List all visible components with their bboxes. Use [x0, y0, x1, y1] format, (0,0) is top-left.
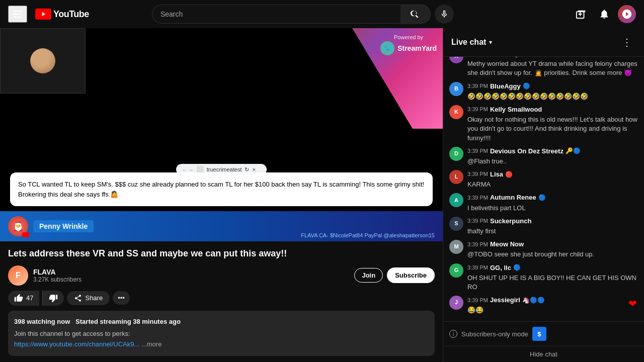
channel-link[interactable]: https://www.youtube.com/channel/UCAk9... [14, 340, 139, 348]
chat-badge: 🔵 [538, 194, 546, 202]
chat-title-area[interactable]: Live chat ▾ [451, 38, 492, 47]
chat-meta: 3:39 PMKatie Joyless Unveiled [467, 57, 638, 58]
chat-time: 3:39 PM [467, 170, 488, 178]
watching-count: 398 watching now [14, 318, 70, 325]
powered-by-text: Powered by [394, 34, 423, 40]
youtube-logo[interactable]: YouTube [35, 9, 89, 20]
chat-username: Jessiegirl [490, 296, 520, 305]
channel-banner-name: Penny Wrinkle [33, 220, 94, 232]
pip-avatar-image [30, 48, 55, 73]
search-area [152, 5, 454, 24]
menu-button[interactable] [8, 6, 27, 23]
chat-message: M3:39 PMMeow Now@TOBO seee she just brou… [443, 238, 644, 261]
chat-message: D3:39 PMDevious On Dez Streetz🔑🔵@Flash t… [443, 145, 644, 168]
subscribers-mode-text: Subscribers-only mode [461, 330, 528, 338]
url-bar-text: truecrimeatest [207, 166, 242, 172]
chat-text: KARMA [467, 180, 638, 189]
channel-row: F FLAVA 3.27K subscribers Join Subscribe [8, 265, 435, 286]
chat-content: 3:39 PMMeow Now@TOBO seee she just broug… [467, 240, 638, 259]
chat-message: J3:39 PMJessiegirl🦄🔵🔵😂😂❤ [443, 294, 644, 317]
share-button[interactable]: Share [67, 291, 110, 305]
topbar-left: YouTube [8, 6, 89, 23]
chat-time: 3:39 PM [467, 241, 488, 248]
more-button[interactable]: ••• [113, 291, 130, 305]
chat-avatar: K [449, 105, 463, 119]
search-button[interactable] [400, 5, 431, 24]
topbar: YouTube [0, 0, 644, 28]
chat-content: 3:39 PMBlueAggy🔵🤣🤣🤣🤣🤣🤣🤣🤣🤣🤣🤣🤣🤣🤣🤣 [467, 82, 638, 101]
chat-message: K3:39 PMKatie Joyless UnveiledMethy worr… [443, 57, 644, 80]
channel-info: FLAVA 3.27K subscribers [33, 268, 349, 283]
hide-chat-button[interactable]: Hide chat [443, 346, 644, 362]
flava-label: FLAVA CA- $NicolePat84 PayPal @aleshapat… [301, 232, 435, 238]
chat-chevron-icon: ▾ [489, 39, 492, 46]
chat-header: Live chat ▾ ⋮ [443, 28, 644, 57]
channel-actions: Join Subscribe [354, 267, 435, 283]
channel-banner-icon: 🎅 [8, 216, 28, 236]
chat-text: thafty first [467, 227, 638, 236]
mic-button[interactable] [435, 5, 454, 24]
chat-time: 3:39 PM [467, 106, 488, 113]
chat-avatar: J [449, 296, 463, 310]
like-button[interactable]: 47 [8, 291, 39, 306]
chat-badge: 🔑🔵 [566, 147, 581, 155]
subscribe-button[interactable]: Subscribe [387, 267, 435, 283]
chat-content: 3:39 PMKelly SmallwoodOkay not for nothi… [467, 105, 638, 143]
streamyard-name: StreamYard [397, 44, 437, 52]
info-icon: i [449, 330, 457, 338]
dollar-icon[interactable]: $ [532, 327, 546, 341]
chat-meta: 3:39 PMKelly Smallwood [467, 105, 638, 114]
heart-button[interactable]: ❤ [627, 296, 638, 312]
chat-meta: 3:39 PMGG, llc🔵 [467, 263, 638, 273]
chat-meta: 3:39 PMLisa🔴 [467, 170, 638, 179]
video-player[interactable]: Powered by 🐦 StreamYard ← → truecrimeate… [0, 28, 443, 241]
join-button[interactable]: Join [354, 268, 383, 283]
chat-more-button[interactable]: ⋮ [618, 34, 636, 50]
chat-text: Okay not for nothing this is old news!!!… [467, 115, 638, 143]
chat-username: Suckerpunch [490, 217, 531, 226]
chat-username: Katie Joyless Unveiled [490, 57, 561, 58]
chat-text: @TOBO seee she just brought her child up… [467, 250, 638, 259]
create-button[interactable] [572, 5, 591, 24]
like-count: 47 [26, 294, 33, 302]
chat-avatar: B [449, 82, 463, 96]
dislike-button[interactable] [42, 291, 64, 306]
streamyard-logo: 🐦 StreamYard [380, 41, 437, 55]
url-refresh-icon: ↻ [245, 166, 249, 173]
user-avatar[interactable] [618, 5, 636, 23]
chat-message: K3:39 PMKelly SmallwoodOkay not for noth… [443, 103, 644, 145]
chat-avatar: M [449, 240, 463, 254]
notifications-button[interactable] [595, 5, 614, 24]
channel-banner-yt-icon [22, 232, 29, 237]
url-close-icon: × [252, 166, 255, 172]
chat-footer: i Subscribers-only mode $ [443, 321, 644, 346]
youtube-icon [35, 9, 51, 20]
youtube-logo-text: YouTube [53, 9, 89, 20]
chat-meta: 3:39 PMMeow Now [467, 240, 638, 249]
chat-content: 3:39 PMSuckerpunchthafty first [467, 217, 638, 236]
video-title: Lets address these VR and SS and maybe w… [8, 247, 435, 260]
chat-meta: 3:39 PMBlueAggy🔵 [467, 82, 638, 91]
chat-meta: 3:39 PMJessiegirl🦄🔵🔵 [467, 296, 623, 305]
chat-badge: 🦄🔵🔵 [522, 296, 545, 305]
main-content: Powered by 🐦 StreamYard ← → truecrimeate… [0, 28, 644, 362]
streamyard-bird-icon: 🐦 [380, 41, 394, 55]
share-label: Share [85, 294, 103, 302]
channel-avatar[interactable]: F [8, 265, 28, 286]
chat-avatar: G [449, 263, 463, 278]
url-bar-favicon [197, 166, 204, 173]
chat-message: B3:39 PMBlueAggy🔵🤣🤣🤣🤣🤣🤣🤣🤣🤣🤣🤣🤣🤣🤣🤣 [443, 80, 644, 103]
chat-messages: K3:39 PMKatie Joyless UnveiledMethy worr… [443, 57, 644, 321]
search-input[interactable] [152, 5, 400, 24]
chat-text: OH SHUT UP HE IS A BIG BOY!! HE CAN GET … [467, 274, 638, 292]
speech-bubble-text: So TCL wanted TL to keep SM's. $$$ cuz s… [18, 180, 424, 198]
chat-time: 3:39 PM [467, 147, 488, 155]
chat-message: A3:39 PMAutumn Renee🔵I belivethis part L… [443, 191, 644, 214]
join-perks-text: Join this channel to get access to perks… [14, 329, 429, 339]
chat-username: Lisa [490, 170, 503, 179]
chat-badge: 🔴 [505, 170, 513, 179]
chat-content: 3:39 PMLisa🔴KARMA [467, 170, 638, 189]
chat-content: 3:39 PMGG, llc🔵OH SHUT UP HE IS A BIG BO… [467, 263, 638, 292]
chat-message: S3:39 PMSuckerpunchthafty first [443, 215, 644, 238]
more-text[interactable]: ...more [141, 340, 162, 348]
